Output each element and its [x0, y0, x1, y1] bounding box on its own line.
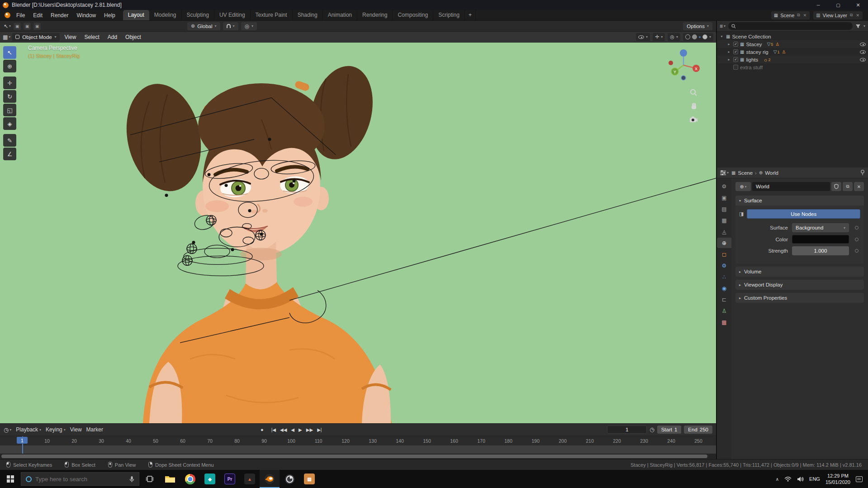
- orientation-dropdown[interactable]: ⊕ Global: [187, 22, 220, 30]
- transform-tool[interactable]: ◈: [3, 117, 16, 130]
- timeline-ruler[interactable]: 10 20 30 40 50 60 70 80 90 100 110 120 1…: [0, 435, 716, 445]
- outliner-search-input[interactable]: [738, 24, 849, 29]
- close-button[interactable]: ✕: [848, 0, 868, 10]
- workspace-tab-modeling[interactable]: Modeling: [149, 10, 182, 20]
- outliner-row-lights[interactable]: ▸ ✓ ▦ lights ☼ 2: [717, 56, 868, 63]
- premiere-button[interactable]: Pr: [220, 470, 240, 488]
- workspace-tab-uv-editing[interactable]: UV Editing: [214, 10, 251, 20]
- file-explorer-button[interactable]: [160, 470, 180, 488]
- unlink-world-button[interactable]: ✕: [854, 182, 864, 191]
- mode-dropdown[interactable]: Object Mode: [12, 33, 59, 41]
- disclosure-icon[interactable]: ▸: [726, 42, 731, 46]
- editor-type-icon[interactable]: [720, 170, 729, 175]
- new-world-button[interactable]: ⧉: [843, 182, 853, 191]
- animate-decorator[interactable]: [855, 226, 859, 230]
- marker-menu[interactable]: Marker: [86, 426, 103, 433]
- play-button[interactable]: ▶: [299, 427, 302, 432]
- tab-view-layer[interactable]: ▦: [717, 215, 731, 225]
- remove-view-layer-button[interactable]: ✕: [855, 13, 860, 18]
- workspace-tab-animation[interactable]: Animation: [323, 10, 357, 20]
- tab-modifiers[interactable]: ⚙: [717, 260, 731, 271]
- editor-type-icon[interactable]: ▦: [3, 34, 10, 40]
- workspace-tab-shading[interactable]: Shading: [293, 10, 323, 20]
- wireframe-shading-button[interactable]: [685, 34, 690, 39]
- tab-object[interactable]: ◻: [717, 249, 731, 259]
- tab-object-data[interactable]: ♙: [717, 306, 731, 316]
- transform-options-icon[interactable]: ▣: [33, 23, 41, 30]
- workspace-tab-layout[interactable]: Layout: [123, 10, 149, 20]
- outliner-row-stacey[interactable]: ▸ ✓ ▦ Stacey ▽ 5 ♙: [717, 40, 868, 48]
- current-frame-field[interactable]: 1: [607, 426, 647, 434]
- jump-to-start-button[interactable]: |◀: [271, 427, 276, 432]
- keying-menu[interactable]: Keying: [46, 426, 66, 433]
- gizmos-dropdown[interactable]: ✛: [653, 33, 665, 41]
- proportional-editing-dropdown[interactable]: ◎: [241, 22, 257, 30]
- chrome-button[interactable]: [180, 470, 200, 488]
- collection-checkbox[interactable]: ✓: [733, 57, 738, 62]
- next-keyframe-button[interactable]: ▶▶: [306, 427, 313, 432]
- unlink-scene-button[interactable]: ✕: [803, 13, 807, 18]
- solid-shading-button[interactable]: [692, 34, 697, 39]
- pin-icon[interactable]: [860, 170, 865, 176]
- tab-world[interactable]: ⊕: [717, 238, 731, 248]
- menu-edit[interactable]: Edit: [29, 10, 47, 21]
- options-dropdown[interactable]: Options: [683, 22, 712, 30]
- visibility-dropdown[interactable]: [636, 33, 650, 41]
- hand-icon[interactable]: [690, 102, 697, 110]
- cursor-tool[interactable]: ⊕: [3, 60, 16, 72]
- scale-tool[interactable]: ◱: [3, 104, 16, 116]
- add-menu[interactable]: Add: [104, 34, 120, 40]
- start-button[interactable]: [0, 470, 21, 488]
- editor-type-icon[interactable]: ◷: [4, 426, 11, 433]
- minimize-button[interactable]: ─: [808, 0, 828, 10]
- menu-render[interactable]: Render: [47, 10, 72, 21]
- workspace-tab-texture-paint[interactable]: Texture Paint: [251, 10, 293, 20]
- camera-icon[interactable]: [689, 116, 698, 123]
- rotate-tool[interactable]: ↻: [3, 90, 16, 103]
- view-menu[interactable]: View: [70, 426, 82, 433]
- surface-panel-header[interactable]: ▾ Surface: [735, 196, 864, 206]
- navigation-gizmo[interactable]: X Y: [666, 48, 701, 82]
- menu-file[interactable]: File: [12, 10, 29, 21]
- disclosure-icon[interactable]: ▸: [726, 57, 731, 62]
- select-menu[interactable]: Select: [81, 34, 102, 40]
- viewport-3d[interactable]: Camera Perspective (1) Stacey | StaceyRi…: [0, 43, 716, 423]
- playback-menu[interactable]: Playback: [16, 426, 41, 433]
- tab-render[interactable]: ▣: [717, 192, 731, 203]
- maximize-button[interactable]: ▢: [828, 0, 848, 10]
- viewport-canvas[interactable]: [0, 43, 716, 423]
- strength-field[interactable]: 1.000: [792, 246, 849, 255]
- menu-window[interactable]: Window: [72, 10, 100, 21]
- tab-tool[interactable]: ⚙: [717, 181, 731, 191]
- filter-funnel-icon[interactable]: [855, 24, 861, 29]
- task-view-button[interactable]: [139, 470, 160, 488]
- new-view-layer-button[interactable]: ⧉: [849, 13, 853, 18]
- hide-in-viewport-toggle[interactable]: [860, 58, 866, 62]
- tab-constraints[interactable]: ⊏: [717, 294, 731, 305]
- material-shading-button[interactable]: [699, 36, 701, 38]
- surface-type-dropdown[interactable]: Background: [792, 223, 849, 232]
- transform-pivot-icon[interactable]: ▣: [14, 23, 21, 30]
- outliner-search[interactable]: [728, 22, 853, 30]
- move-tool[interactable]: ✛: [3, 77, 16, 89]
- collection-checkbox[interactable]: ✓: [733, 65, 738, 70]
- animate-decorator[interactable]: [855, 249, 859, 253]
- obs-button[interactable]: [280, 470, 299, 488]
- previous-keyframe-button[interactable]: ◀◀: [280, 427, 287, 432]
- animate-decorator[interactable]: [855, 238, 859, 241]
- collection-checkbox[interactable]: ✓: [733, 49, 738, 54]
- outliner-row-scene-collection[interactable]: ▾ ▦ Scene Collection: [717, 33, 868, 40]
- app-orange-button[interactable]: ▤: [299, 470, 319, 488]
- workspace-tab-compositing[interactable]: Compositing: [393, 10, 433, 20]
- timeline-scrollbar[interactable]: [0, 454, 716, 459]
- fake-user-button[interactable]: [831, 182, 841, 191]
- world-color-swatch[interactable]: [792, 235, 849, 244]
- use-nodes-button[interactable]: Use Nodes: [747, 209, 860, 219]
- blender-taskbar-button[interactable]: [260, 470, 280, 488]
- hide-in-viewport-toggle[interactable]: [860, 43, 866, 46]
- microphone-icon[interactable]: [129, 476, 134, 483]
- view-menu[interactable]: View: [62, 34, 80, 40]
- current-frame-badge[interactable]: 1: [17, 437, 28, 444]
- record-button[interactable]: ●: [261, 427, 264, 432]
- workspace-tab-sculpting[interactable]: Sculpting: [182, 10, 214, 20]
